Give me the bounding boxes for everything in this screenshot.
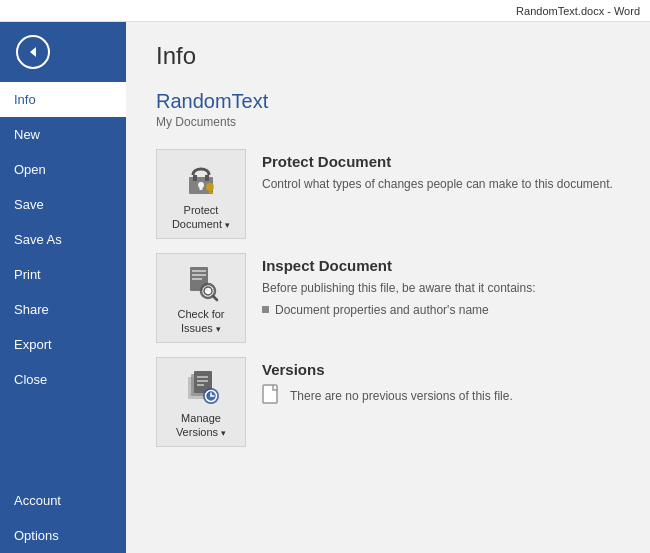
sidebar-item-save-as[interactable]: Save As (0, 222, 126, 257)
versions-row: There are no previous versions of this f… (262, 384, 620, 408)
check-issues-button[interactable]: Check forIssues ▾ (156, 253, 246, 343)
sidebar-item-share[interactable]: Share (0, 292, 126, 327)
back-circle-icon (16, 35, 50, 69)
doc-path: My Documents (156, 115, 620, 129)
protect-document-button[interactable]: ProtectDocument ▾ (156, 149, 246, 239)
versions-no-versions-text: There are no previous versions of this f… (290, 389, 513, 403)
inspect-desc: Before publishing this file, be aware th… (262, 280, 620, 297)
svg-line-15 (213, 296, 217, 300)
versions-icon (180, 365, 222, 407)
protect-heading: Protect Document (262, 153, 620, 170)
doc-title: RandomText (156, 90, 620, 113)
page-title: Info (156, 42, 620, 70)
protect-icon (180, 157, 222, 199)
inspect-icon (180, 261, 222, 303)
svg-rect-20 (197, 380, 208, 382)
inspect-list: Document properties and author's name (262, 303, 620, 317)
protect-desc: Control what types of changes people can… (262, 176, 620, 193)
window-title: RandomText.docx - Word (516, 5, 640, 17)
manage-versions-label: ManageVersions ▾ (176, 411, 226, 440)
svg-rect-3 (205, 175, 209, 181)
sidebar-item-close[interactable]: Close (0, 362, 126, 397)
main-content: Info RandomText My Documents (126, 22, 650, 553)
svg-rect-21 (197, 384, 204, 386)
versions-doc-icon (262, 384, 282, 408)
inspect-list-item: Document properties and author's name (262, 303, 620, 317)
protect-text: Protect Document Control what types of c… (262, 149, 620, 199)
svg-rect-2 (193, 175, 197, 181)
sidebar-item-save[interactable]: Save (0, 187, 126, 222)
sidebar-item-export[interactable]: Export (0, 327, 126, 362)
sidebar-item-options[interactable]: Options (0, 518, 126, 553)
app-container: Info New Open Save Save As Print Share E… (0, 22, 650, 553)
title-bar: RandomText.docx - Word (0, 0, 650, 22)
inspect-section: Check forIssues ▾ Inspect Document Befor… (156, 253, 620, 343)
versions-section: ManageVersions ▾ Versions There are no p… (156, 357, 620, 447)
sidebar-spacer (0, 397, 126, 483)
svg-rect-11 (192, 274, 206, 276)
inspect-text: Inspect Document Before publishing this … (262, 253, 620, 317)
sidebar-item-open[interactable]: Open (0, 152, 126, 187)
svg-rect-12 (192, 278, 202, 280)
svg-marker-0 (30, 47, 36, 57)
sidebar-item-info[interactable]: Info (0, 82, 126, 117)
versions-text-block: Versions There are no previous versions … (262, 357, 620, 408)
inspect-heading: Inspect Document (262, 257, 620, 274)
svg-rect-5 (200, 186, 203, 190)
svg-rect-8 (209, 192, 213, 194)
sidebar-item-account[interactable]: Account (0, 483, 126, 518)
manage-versions-button[interactable]: ManageVersions ▾ (156, 357, 246, 447)
back-button[interactable] (8, 27, 58, 77)
svg-rect-10 (192, 270, 206, 272)
svg-rect-26 (263, 385, 277, 403)
sidebar-item-print[interactable]: Print (0, 257, 126, 292)
versions-heading: Versions (262, 361, 620, 378)
check-issues-label: Check forIssues ▾ (177, 307, 224, 336)
bullet-icon (262, 306, 269, 313)
protect-section: ProtectDocument ▾ Protect Document Contr… (156, 149, 620, 239)
sidebar-item-new[interactable]: New (0, 117, 126, 152)
sidebar: Info New Open Save Save As Print Share E… (0, 22, 126, 553)
svg-rect-19 (197, 376, 208, 378)
protect-icon-label: ProtectDocument ▾ (172, 203, 230, 232)
inspect-list-item-text: Document properties and author's name (275, 303, 489, 317)
